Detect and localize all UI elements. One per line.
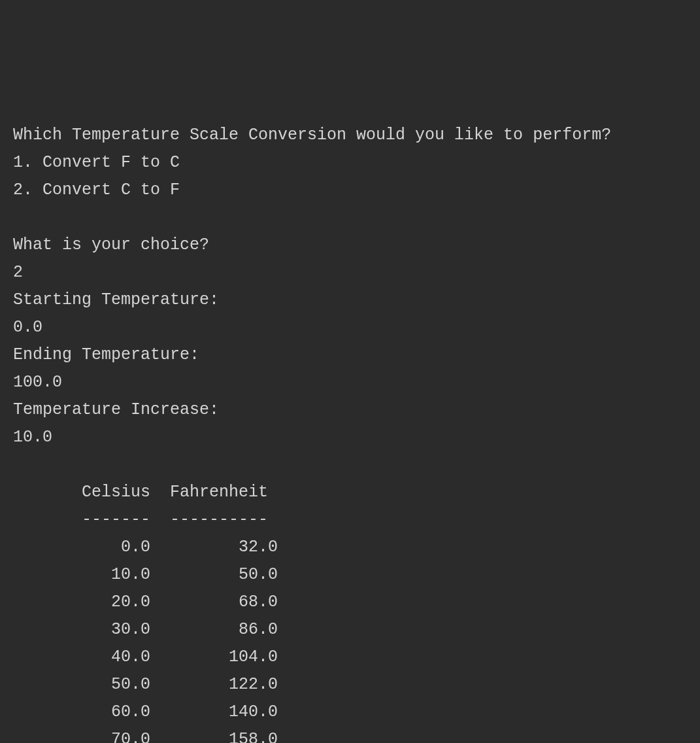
end-temp-prompt: Ending Temperature: — [13, 341, 687, 369]
increase-prompt: Temperature Increase: — [13, 396, 687, 424]
blank-line-2 — [13, 451, 687, 479]
table-row: 10.0 50.0 — [13, 561, 687, 589]
table-header: Celsius Fahrenheit — [13, 479, 687, 506]
start-temp-input[interactable]: 0.0 — [13, 314, 687, 341]
choice-input[interactable]: 2 — [13, 259, 687, 286]
table-row: 70.0 158.0 — [13, 726, 687, 743]
table-row: 50.0 122.0 — [13, 671, 687, 699]
option-1: 1. Convert F to C — [13, 149, 687, 177]
option-2: 2. Convert C to F — [13, 177, 687, 204]
table-divider: ------- ---------- — [13, 506, 687, 534]
table-row: 30.0 86.0 — [13, 616, 687, 644]
table-row: 0.0 32.0 — [13, 534, 687, 561]
increase-input[interactable]: 10.0 — [13, 424, 687, 451]
choice-prompt: What is your choice? — [13, 232, 687, 259]
table-row: 40.0 104.0 — [13, 644, 687, 671]
start-temp-prompt: Starting Temperature: — [13, 286, 687, 314]
table-row: 20.0 68.0 — [13, 589, 687, 616]
blank-line-1 — [13, 204, 687, 232]
end-temp-input[interactable]: 100.0 — [13, 369, 687, 396]
conversion-question: Which Temperature Scale Conversion would… — [13, 122, 687, 149]
table-row: 60.0 140.0 — [13, 699, 687, 726]
